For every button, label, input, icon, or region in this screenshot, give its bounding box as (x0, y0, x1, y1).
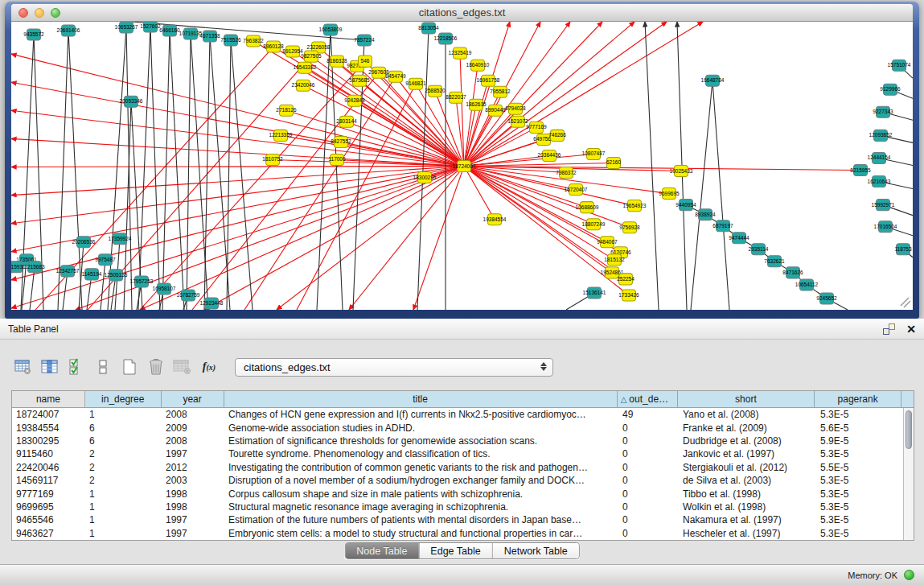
graph-node[interactable]: 8427552 (331, 136, 351, 147)
tab-node-table[interactable]: Node Table (345, 543, 418, 558)
graph-node[interactable]: 2588520 (425, 85, 446, 97)
table-row[interactable]: 1830029562008Estimation of significance … (12, 435, 903, 447)
graph-node[interactable]: 10654112 (795, 279, 819, 290)
graph-node[interactable]: 9435572 (23, 29, 44, 40)
graph-node[interactable]: 2803144 (336, 116, 357, 127)
graph-node[interactable]: 118753 (894, 244, 912, 255)
graph-node[interactable]: 16210643 (868, 176, 891, 187)
column-header-out_degree[interactable]: △out_de… (618, 391, 678, 408)
graph-node[interactable]: 7857224 (354, 35, 375, 46)
graph-node[interactable]: 2718126 (276, 105, 297, 116)
table-row[interactable]: 1938455462009Genome-wide association stu… (12, 421, 903, 434)
graph-node[interactable]: 6794028 (505, 103, 526, 114)
graph-node[interactable]: 10807487 (582, 148, 606, 159)
table-row[interactable]: 977716911998Corpus callosum shape and si… (12, 487, 903, 500)
scrollbar-thumb[interactable] (906, 410, 912, 449)
graph-node[interactable]: 7955812 (490, 86, 511, 97)
graph-node[interactable]: 7515526 (220, 35, 241, 46)
import-table-disabled-button[interactable] (170, 356, 195, 378)
graph-node[interactable]: 117006 (328, 154, 346, 165)
row-height-button[interactable] (91, 356, 115, 378)
graph-node[interactable]: 1621072 (507, 116, 528, 127)
graph-node[interactable]: 8813054 (418, 23, 439, 34)
close-window-button[interactable] (18, 8, 28, 18)
graph-node[interactable]: 252254 (617, 274, 634, 285)
graph-node[interactable]: 12325419 (449, 47, 472, 59)
graph-node[interactable]: 17016504 (874, 221, 897, 233)
graph-node[interactable]: 1862615 (466, 99, 487, 110)
graph-node[interactable]: 5875685 (349, 75, 370, 86)
close-panel-icon[interactable]: ✕ (906, 323, 916, 335)
graph-node[interactable]: 15992971 (872, 200, 895, 211)
table-selector-dropdown[interactable]: citations_edges.txt (235, 358, 553, 377)
graph-node[interactable]: 9827505 (301, 51, 322, 62)
graph-node[interactable]: 12093852 (869, 130, 893, 141)
graph-node[interactable]: 12505135 (105, 270, 128, 281)
network-canvas[interactable]: 1872400779638228960128891295423226058982… (11, 22, 913, 310)
graph-node[interactable]: 15136141 (583, 287, 606, 299)
table-row[interactable]: 911546021997Tourette syndrome. Phenomeno… (12, 447, 903, 460)
graph-node[interactable]: 20691406 (57, 25, 80, 36)
table-row[interactable]: 1872400712008Changes of HCN gene express… (12, 408, 903, 421)
graph-node[interactable]: 16958107 (153, 283, 176, 295)
column-header-in_degree[interactable]: in_degree (85, 391, 162, 408)
graph-node[interactable]: 1733426 (618, 290, 639, 301)
graph-node[interactable]: 546 (359, 56, 372, 67)
graph-node[interactable]: 8938924 (695, 209, 716, 220)
graph-node[interactable]: 9756928 (619, 222, 640, 233)
graph-node[interactable]: 4671358 (199, 31, 220, 42)
column-header-title[interactable]: title (224, 391, 618, 408)
graph-node[interactable]: 16961758 (477, 75, 500, 86)
graph-node[interactable]: 8822037 (446, 92, 466, 103)
column-header-short[interactable]: short (678, 391, 815, 408)
show-column-button[interactable] (38, 356, 62, 378)
vertical-scrollbar[interactable] (903, 408, 914, 540)
table-row[interactable]: 2242004622012Investigating the contribut… (12, 461, 903, 474)
delete-table-button[interactable] (144, 356, 168, 378)
graph-node[interactable]: 9975487 (95, 254, 116, 266)
graph-node[interactable]: 16053809 (319, 24, 343, 35)
graph-node[interactable]: 12218506 (434, 33, 458, 44)
graph-node[interactable]: 8960128 (263, 41, 284, 52)
zoom-window-button[interactable] (51, 8, 60, 18)
graph-node[interactable]: 18640910 (466, 60, 490, 71)
new-table-button[interactable] (117, 356, 142, 378)
column-header-year[interactable]: year (162, 391, 224, 408)
table-row[interactable]: 946554611997Estimation of the future num… (12, 513, 903, 526)
table-row[interactable]: 969969511998Structural magnetic resonanc… (12, 501, 903, 513)
graph-node[interactable]: 8186328 (326, 56, 347, 67)
graph-node[interactable]: 1527602 (140, 22, 161, 32)
graph-node[interactable]: 7632621 (764, 256, 785, 267)
graph-node[interactable]: 8912954 (282, 46, 303, 57)
graph-node[interactable]: 9699695 (659, 188, 680, 200)
graph-node[interactable]: 16720407 (565, 184, 588, 196)
graph-node[interactable]: 2935114 (749, 244, 769, 255)
graph-node[interactable]: 10688609 (576, 202, 599, 213)
graph-node[interactable]: 1810752 (262, 154, 283, 165)
graph-node[interactable]: 9146821 (405, 78, 426, 89)
graph-node[interactable]: 8471626 (782, 267, 803, 278)
function-builder-button[interactable]: f(x) (197, 356, 221, 378)
column-header-pagerank[interactable]: pagerank (815, 391, 901, 408)
resize-grip[interactable] (901, 298, 910, 307)
graph-node[interactable]: 6879197 (713, 220, 733, 232)
graph-node[interactable]: 15751074 (888, 60, 911, 71)
graph-node[interactable]: 8990448 (485, 105, 506, 116)
graph-node[interactable]: 9484067 (597, 237, 618, 248)
graph-node[interactable]: 1145194 (82, 269, 102, 280)
graph-node[interactable]: 10653267 (115, 22, 138, 33)
graph-node[interactable]: 9227343 (873, 106, 893, 117)
graph-node[interactable]: 8454749 (385, 71, 406, 82)
graph-node[interactable]: 6466160 (159, 25, 180, 36)
graph-node[interactable]: 16648784 (701, 75, 725, 86)
window-titlebar[interactable]: citations_edges.txt (11, 4, 913, 22)
graph-node[interactable]: 18807249 (582, 219, 606, 230)
graph-node[interactable]: 17957253 (130, 276, 154, 287)
graph-node[interactable]: 20364436 (538, 150, 561, 161)
graph-node[interactable]: 9129966 (880, 84, 901, 95)
graph-node[interactable]: 746266 (548, 130, 566, 141)
graph-node[interactable]: 19654923 (623, 200, 647, 212)
graph-node[interactable]: 3915931 (11, 262, 26, 273)
graph-node[interactable]: 7986372 (556, 167, 577, 179)
graph-node[interactable]: 19384554 (483, 214, 507, 225)
